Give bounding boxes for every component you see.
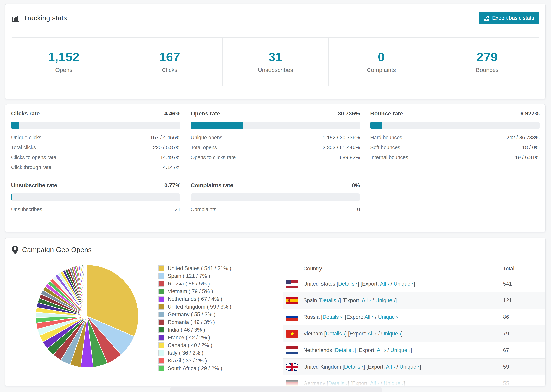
rate-detail-row-unsubscribes: Unsubscribes 31: [11, 206, 180, 216]
details-link[interactable]: Details ›: [326, 331, 345, 336]
legend-item-united-kingdom[interactable]: United Kingdom ( 59 / 3% ): [158, 304, 231, 310]
export-unique-link[interactable]: Unique ›: [375, 297, 395, 303]
progress-fill: [191, 122, 243, 129]
rate-title: Bounce rate: [370, 110, 403, 117]
legend-label: Canada ( 40 / 2% ): [168, 342, 212, 348]
legend-item-united-states[interactable]: United States ( 541 / 31% ): [158, 265, 231, 271]
legend-swatch: [158, 312, 164, 317]
details-link[interactable]: Details ›: [338, 281, 358, 287]
rate-detail-label: Complaints: [191, 206, 216, 212]
dotted-leader: [220, 149, 320, 149]
pie-slice-other-46[interactable]: [87, 265, 87, 316]
pie-legend: United States ( 541 / 31% ) Spain ( 121 …: [158, 265, 231, 373]
legend-label: Brazil ( 33 / 2% ): [168, 358, 207, 364]
rate-block-complaints-rate: Complaints rate 0% Complaints 0: [191, 182, 360, 216]
legend-item-canada[interactable]: Canada ( 40 / 2% ): [158, 342, 231, 348]
export-all-link[interactable]: All ›: [365, 314, 374, 320]
dotted-leader: [44, 139, 148, 139]
legend-label: Germany ( 55 / 3% ): [168, 311, 215, 318]
rate-head: Clicks rate 4.46%: [11, 110, 180, 117]
export-unique-link[interactable]: Unique ›: [384, 380, 404, 386]
export-basic-stats-button[interactable]: Export basic stats: [479, 12, 539, 24]
export-all-link[interactable]: All ›: [386, 364, 395, 370]
legend-item-france[interactable]: France ( 42 / 2% ): [158, 335, 231, 341]
legend-label: Italy ( 36 / 2% ): [168, 350, 203, 356]
legend-label: Russia ( 86 / 5% ): [168, 281, 210, 287]
export-all-link[interactable]: All ›: [377, 347, 386, 353]
legend-item-romania[interactable]: Romania ( 49 / 3% ): [158, 319, 231, 325]
legend-swatch: [158, 335, 164, 341]
legend-item-brazil[interactable]: Brazil ( 33 / 2% ): [158, 358, 231, 364]
table-header: Country Total: [283, 262, 545, 275]
details-link[interactable]: Details ›: [323, 314, 342, 320]
rate-head: Opens rate 30.736%: [191, 110, 360, 117]
rate-detail-row-hard-bounces: Hard bounces 242 / 86.738%: [370, 135, 540, 145]
rate-detail-row-unique-opens: Unique opens 1,152 / 30.736%: [191, 135, 360, 145]
legend-item-russia[interactable]: Russia ( 86 / 5% ): [158, 281, 231, 287]
legend-swatch: [158, 358, 164, 364]
progress-bar: [191, 193, 360, 201]
export-unique-link[interactable]: Unique ›: [381, 331, 401, 336]
details-link[interactable]: Details ›: [344, 364, 364, 370]
column-header-total: Total: [503, 266, 545, 272]
stat-card-unsubscribes: 31 Unsubscribes: [223, 38, 329, 86]
rate-detail-value: 4.147%: [163, 164, 181, 170]
export-unique-link[interactable]: Unique ›: [378, 314, 398, 320]
rate-detail-value: 19 / 6.81%: [515, 154, 540, 160]
legend-swatch: [158, 365, 164, 371]
legend-item-south-africa[interactable]: South Africa ( 29 / 2% ): [158, 365, 231, 371]
rate-detail-row-opens-to-clicks-rate: Opens to clicks rate 689.82%: [191, 154, 360, 164]
export-unique-link[interactable]: Unique ›: [390, 347, 410, 353]
country-links: Russia [Details ›] [Export: All › / Uniq…: [304, 314, 400, 320]
export-unique-link[interactable]: Unique ›: [394, 281, 414, 287]
stat-value: 167: [159, 50, 180, 64]
legend-item-germany[interactable]: Germany ( 55 / 3% ): [158, 311, 231, 318]
rate-detail-row-clicks-to-opens-rate: Clicks to opens rate 14.497%: [11, 154, 180, 164]
stat-card-bounces: 279 Bounces: [434, 38, 540, 86]
legend-swatch: [158, 288, 164, 294]
progress-bar: [370, 122, 540, 129]
tracking-stats-header: Tracking stats Export basic stats: [5, 4, 545, 32]
rate-head: Unsubscribe rate 0.77%: [11, 182, 180, 189]
export-all-link[interactable]: All ›: [370, 380, 379, 386]
page-title: Tracking stats: [23, 14, 67, 22]
total-cell: 541: [503, 281, 545, 287]
rate-detail-row-total-opens: Total opens 2,303 / 61.446%: [191, 145, 360, 154]
dotted-leader: [411, 159, 512, 159]
rates-card: Clicks rate 4.46% Unique clicks 167 / 4.…: [5, 104, 545, 232]
rate-title: Complaints rate: [191, 182, 233, 189]
export-unique-link[interactable]: Unique ›: [400, 364, 420, 370]
export-all-link[interactable]: All ›: [362, 297, 371, 303]
rate-head: Bounce rate 6.927%: [370, 110, 540, 117]
country-links: Netherlands [Details ›] [Export: All › /…: [304, 347, 412, 353]
legend-item-netherlands[interactable]: Netherlands ( 67 / 4% ): [158, 296, 231, 302]
legend-item-italy[interactable]: Italy ( 36 / 2% ): [158, 350, 231, 356]
rate-detail-row-internal-bounces: Internal bounces 19 / 6.81%: [370, 154, 540, 164]
flag-nl-icon: [286, 346, 298, 354]
dotted-leader: [239, 159, 337, 159]
flag-gb-icon: [286, 363, 298, 371]
legend-item-india[interactable]: India ( 46 / 3% ): [158, 327, 231, 333]
rate-title: Unsubscribe rate: [11, 182, 57, 189]
dotted-leader: [225, 139, 320, 139]
details-link[interactable]: Details ›: [320, 297, 339, 303]
legend-item-spain[interactable]: Spain ( 121 / 7% ): [158, 273, 231, 279]
dotted-leader: [405, 139, 504, 139]
legend-swatch: [158, 296, 164, 302]
total-cell: 79: [503, 331, 545, 337]
legend-swatch: [158, 319, 164, 325]
export-all-link[interactable]: All ›: [367, 331, 377, 336]
rate-detail-value: 167 / 4.456%: [150, 135, 181, 140]
stats-strip: 1,152 Opens 167 Clicks 31 Unsubscribes 0…: [11, 37, 540, 86]
rate-detail-row-soft-bounces: Soft bounces 18 / 0%: [370, 145, 540, 154]
rate-detail-label: Clicks to opens rate: [11, 154, 56, 160]
legend-item-vietnam[interactable]: Vietnam ( 79 / 5% ): [158, 288, 231, 294]
details-link[interactable]: Details ›: [328, 380, 348, 386]
export-all-link[interactable]: All ›: [380, 281, 389, 287]
bar-chart-icon: [12, 14, 20, 22]
tracking-stats-card: Tracking stats Export basic stats 1,152 …: [5, 4, 545, 99]
details-link[interactable]: Details ›: [335, 347, 354, 353]
rate-detail-label: Total opens: [191, 145, 217, 150]
rate-detail-value: 689.82%: [340, 154, 360, 160]
table-row-germany: Germany [Details ›] [Export: All › / Uni…: [283, 375, 545, 386]
